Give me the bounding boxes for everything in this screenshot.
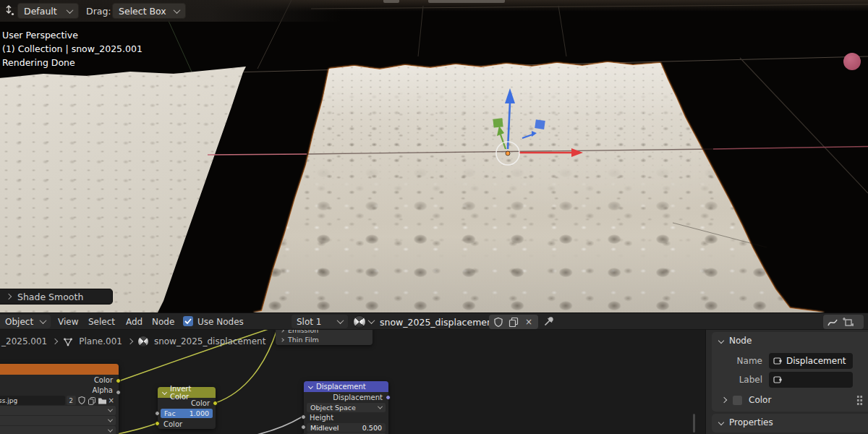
midlevel-input-socket[interactable] xyxy=(301,425,306,430)
unlink-image-button[interactable]: × xyxy=(109,396,114,404)
blender-window: Default Drag: Select Box User Perspectiv… xyxy=(0,0,868,434)
menu-add[interactable]: Add xyxy=(126,317,142,327)
properties-panel-header[interactable]: Properties xyxy=(712,414,868,430)
pin-icon[interactable] xyxy=(542,315,556,328)
image-texture-node-header[interactable] xyxy=(0,364,119,375)
fake-user-shield-button[interactable] xyxy=(492,316,505,328)
material-slot-dropdown[interactable]: Slot 1 xyxy=(292,315,348,328)
fac-label: Fac xyxy=(164,409,176,417)
node-label-field[interactable] xyxy=(769,372,853,388)
shader-type-dropdown[interactable]: Object xyxy=(0,315,51,328)
open-folder-icon[interactable] xyxy=(98,396,107,404)
material-name-field[interactable]: snow_2025_displacement xyxy=(380,317,496,328)
clipped-header-widget xyxy=(383,0,399,3)
space-label: Object Space xyxy=(310,404,356,412)
collapse-chevron-icon[interactable] xyxy=(308,384,313,389)
new-image-copy-icon[interactable] xyxy=(88,396,96,405)
mesh-data-icon xyxy=(63,337,73,346)
chevron-right-icon xyxy=(280,330,284,332)
height-input-row: Height xyxy=(304,413,388,422)
chevron-down-icon[interactable] xyxy=(368,317,375,324)
menu-view[interactable]: View xyxy=(58,317,78,327)
height-input-socket[interactable] xyxy=(301,414,306,420)
color-input-socket[interactable] xyxy=(155,421,160,426)
view-perspective-label: User Perspective xyxy=(2,28,142,42)
collapse-chevron-icon[interactable] xyxy=(162,390,167,395)
bsdf-emission-row[interactable]: Emission xyxy=(276,330,373,335)
active-collection-label: (1) Collection | snow_2025.001 xyxy=(2,42,142,56)
midlevel-label: Midlevel xyxy=(310,424,339,432)
image-projection-dropdown[interactable] xyxy=(0,416,116,425)
snow-plane-selected-outline xyxy=(253,58,825,312)
snow-texture-speckle xyxy=(0,62,250,312)
breadcrumb-object[interactable]: Plane.001 xyxy=(79,336,122,346)
use-nodes-checkbox[interactable] xyxy=(183,316,193,326)
image-users-count[interactable]: 2 xyxy=(67,396,76,405)
invert-color-node-header[interactable]: Invert Color xyxy=(158,387,216,398)
duplicate-material-button[interactable] xyxy=(507,316,520,328)
image-name-field[interactable]: K_Roughness.jpg xyxy=(0,396,65,405)
properties-panel-title: Properties xyxy=(729,417,773,427)
canvas-scroll-hint[interactable] xyxy=(693,414,695,433)
node-color-checkbox[interactable] xyxy=(733,396,742,405)
chevron-down-icon xyxy=(40,317,47,324)
fac-slider[interactable]: Fac 1.000 xyxy=(161,409,213,418)
snow-plane-selected[interactable] xyxy=(253,58,825,312)
breadcrumb-scene[interactable]: _2025.001 xyxy=(1,336,47,346)
invert-color-input: Color xyxy=(158,419,216,429)
invert-color-title: Invert Color xyxy=(170,385,210,401)
menu-select[interactable]: Select xyxy=(88,317,115,327)
bsdf-emission-label: Emission xyxy=(288,330,318,334)
node-editor-canvas[interactable]: _2025.001 Plane.001 snow_2025_displaceme… xyxy=(0,330,705,434)
color-row-grip[interactable] xyxy=(856,395,863,405)
node-icon xyxy=(773,357,782,365)
menu-node[interactable]: Node xyxy=(152,317,174,327)
invert-color-node[interactable]: Invert Color Color Fac 1.000 Color xyxy=(158,387,216,429)
3d-viewport[interactable]: Default Drag: Select Box User Perspectiv… xyxy=(0,0,868,312)
displacement-node-header[interactable]: Displacement xyxy=(304,381,388,392)
node-color-label: Color xyxy=(749,395,771,405)
alpha-output-socket[interactable] xyxy=(116,390,121,395)
chevron-down-icon xyxy=(108,417,113,422)
node-color-row[interactable]: Color xyxy=(722,395,771,405)
displacement-output-socket[interactable] xyxy=(386,395,391,400)
fac-input-socket[interactable] xyxy=(155,411,160,416)
shield-icon[interactable] xyxy=(77,396,86,405)
drag-mode-dropdown[interactable]: Select Box xyxy=(112,3,186,19)
height-label: Height xyxy=(310,414,333,422)
navigation-gizmo-axis-ball[interactable] xyxy=(843,53,861,70)
material-icon xyxy=(138,336,148,346)
input-color-label: Color xyxy=(163,420,182,428)
displacement-space-dropdown[interactable]: Object Space xyxy=(307,403,386,412)
node-panel-header[interactable]: Node xyxy=(712,332,868,349)
image-texture-alpha-output: Alpha xyxy=(0,385,119,395)
displacement-node[interactable]: Displacement Displacement Object Space H… xyxy=(304,381,388,434)
breadcrumb-material[interactable]: snow_2025_displacement xyxy=(154,336,265,346)
color-output-socket[interactable] xyxy=(213,401,218,406)
breadcrumb: _2025.001 Plane.001 snow_2025_displaceme… xyxy=(1,336,265,346)
snapping-toggle-button[interactable] xyxy=(841,316,854,328)
curved-link-toggle-button[interactable] xyxy=(826,316,839,328)
image-texture-node[interactable]: Color Alpha K_Roughness.jpg 2 xyxy=(0,364,119,434)
unlink-material-button[interactable]: × xyxy=(522,316,535,328)
midlevel-slider[interactable]: Midlevel 0.500 xyxy=(307,423,386,432)
chevron-down-icon xyxy=(108,407,113,412)
bsdf-thin-film-row[interactable]: Thin Film xyxy=(276,335,373,344)
node-panel-title: Node xyxy=(729,336,752,346)
tool-preset-dropdown[interactable]: Default xyxy=(17,3,79,19)
image-filename: K_Roughness.jpg xyxy=(0,397,17,404)
last-operator-panel[interactable]: Shade Smooth xyxy=(0,289,113,305)
material-action-buttons: × xyxy=(489,315,538,329)
node-name-field[interactable]: Displacement xyxy=(769,353,853,369)
output-color-label: Color xyxy=(94,376,113,384)
color-output-socket[interactable] xyxy=(116,378,121,383)
snow-plane-secondary[interactable] xyxy=(0,62,250,312)
image-interpolation-dropdown[interactable] xyxy=(0,406,116,415)
tweak-tool-icon xyxy=(4,5,15,17)
image-extension-dropdown[interactable] xyxy=(0,426,116,434)
tool-preset-label: Default xyxy=(24,6,57,17)
editor-header-right-toggles xyxy=(823,315,864,329)
chevron-down-icon xyxy=(174,7,181,14)
principled-bsdf-node-partial[interactable]: Emission Thin Film xyxy=(276,330,373,345)
material-browse-icon[interactable] xyxy=(354,316,365,328)
